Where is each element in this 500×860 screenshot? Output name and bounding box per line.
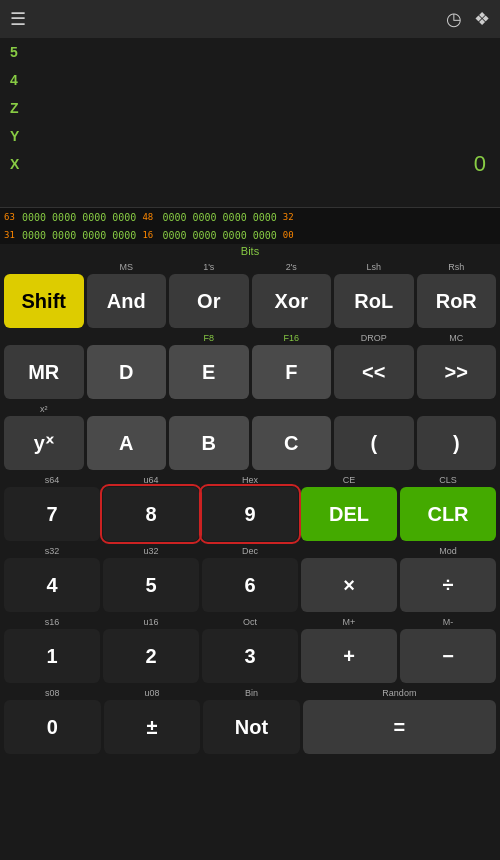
sub-d: [87, 331, 167, 345]
button-row-5: 1 2 3 + −: [4, 629, 496, 683]
bit-group-1: 0000 0000 0000 0000: [22, 212, 136, 223]
bit-row-1: 63 0000 0000 0000 0000 48 0000 0000 0000…: [0, 208, 500, 226]
eight-button[interactable]: 8: [103, 487, 199, 541]
two-button[interactable]: 2: [103, 629, 199, 683]
or-button[interactable]: Or: [169, 274, 249, 328]
row-label-5: 5: [10, 44, 28, 60]
d-button[interactable]: D: [87, 345, 167, 399]
three-button[interactable]: 3: [202, 629, 298, 683]
bit-mid-48: 48: [142, 212, 156, 222]
sub-ce: CE: [301, 473, 397, 487]
bit-suffix-00: 00: [283, 230, 294, 240]
shift-button[interactable]: Shift: [4, 274, 84, 328]
rparen-button[interactable]: ): [417, 416, 497, 470]
row0-sublabels: MS 1's 2's Lsh Rsh: [4, 260, 496, 274]
sub-u64: u64: [103, 473, 199, 487]
sub-2s: 2's: [252, 260, 332, 274]
sub-s64: s64: [4, 473, 100, 487]
sub-lsh: Lsh: [334, 260, 414, 274]
sub-ms: MS: [87, 260, 167, 274]
bit-mid-16: 16: [142, 230, 156, 240]
plusminus-button[interactable]: ±: [104, 700, 201, 754]
nine-button[interactable]: 9: [202, 487, 298, 541]
sub-lparen-empty: [334, 402, 414, 416]
five-button[interactable]: 5: [103, 558, 199, 612]
sub-b-empty: [169, 402, 249, 416]
clr-button[interactable]: CLR: [400, 487, 496, 541]
del-button[interactable]: DEL: [301, 487, 397, 541]
b-button[interactable]: B: [169, 416, 249, 470]
one-button[interactable]: 1: [4, 629, 100, 683]
calculator-area: MS 1's 2's Lsh Rsh Shift And Or Xor RoL …: [0, 258, 500, 759]
row-label-x: X: [10, 156, 28, 172]
plus-button[interactable]: +: [301, 629, 397, 683]
divide-button[interactable]: ÷: [400, 558, 496, 612]
mr-button[interactable]: MR: [4, 345, 84, 399]
sub-cls: CLS: [400, 473, 496, 487]
sub-s08: s08: [4, 686, 101, 700]
row1-sublabels: F8 F16 DROP MC: [4, 331, 496, 345]
header: ☰ ◷ ❖: [0, 0, 500, 38]
multiply-button[interactable]: ×: [301, 558, 397, 612]
c-button[interactable]: C: [252, 416, 332, 470]
sub-bin: Bin: [203, 686, 300, 700]
sub-mul-empty: [301, 544, 397, 558]
sub-u32: u32: [103, 544, 199, 558]
seven-button[interactable]: 7: [4, 487, 100, 541]
sub-shift: [4, 260, 84, 274]
sub-c-empty: [252, 402, 332, 416]
button-row-1: MR D E F << >>: [4, 345, 496, 399]
six-button[interactable]: 6: [202, 558, 298, 612]
and-button[interactable]: And: [87, 274, 167, 328]
four-button[interactable]: 4: [4, 558, 100, 612]
sub-u16: u16: [103, 615, 199, 629]
sub-rsh: Rsh: [417, 260, 497, 274]
menu-icon[interactable]: ☰: [10, 8, 26, 30]
display-area: 5 4 Z Y X 0: [0, 38, 500, 208]
bit-group-3: 0000 0000 0000 0000: [22, 230, 136, 241]
bit-row-2: 31 0000 0000 0000 0000 16 0000 0000 0000…: [0, 226, 500, 244]
sub-mplus: M+: [301, 615, 397, 629]
yx-button[interactable]: yˣ: [4, 416, 84, 470]
rol-button[interactable]: RoL: [334, 274, 414, 328]
e-button[interactable]: E: [169, 345, 249, 399]
display-row-5: 5: [10, 38, 490, 66]
sub-mod: Mod: [400, 544, 496, 558]
bit-group-2: 0000 0000 0000 0000: [162, 212, 276, 223]
bit-group-4: 0000 0000 0000 0000: [162, 230, 276, 241]
row2-sublabels: x²: [4, 402, 496, 416]
bit-prefix-31: 31: [4, 230, 20, 240]
sub-rparen-empty: [417, 402, 497, 416]
zero-button[interactable]: 0: [4, 700, 101, 754]
sub-hex: Hex: [202, 473, 298, 487]
row6-sublabels: s08 u08 Bin Random: [4, 686, 496, 700]
sub-oct: Oct: [202, 615, 298, 629]
sub-mc: MC: [417, 331, 497, 345]
sub-u08: u08: [104, 686, 201, 700]
equals-button[interactable]: =: [303, 700, 496, 754]
row-label-4: 4: [10, 72, 28, 88]
sub-xsq: x²: [4, 402, 84, 416]
f-button[interactable]: F: [252, 345, 332, 399]
sub-f8: F8: [169, 331, 249, 345]
row5-sublabels: s16 u16 Oct M+ M-: [4, 615, 496, 629]
rshift-button[interactable]: >>: [417, 345, 497, 399]
button-row-0: Shift And Or Xor RoL RoR: [4, 274, 496, 328]
not-button[interactable]: Not: [203, 700, 300, 754]
minus-button[interactable]: −: [400, 629, 496, 683]
row-value-x: 0: [28, 151, 490, 177]
xor-button[interactable]: Xor: [252, 274, 332, 328]
lparen-button[interactable]: (: [334, 416, 414, 470]
sub-mr: [4, 331, 84, 345]
layers-icon[interactable]: ❖: [474, 8, 490, 30]
bit-prefix-63: 63: [4, 212, 20, 222]
sub-f16: F16: [252, 331, 332, 345]
row-label-z: Z: [10, 100, 28, 116]
lshift-button[interactable]: <<: [334, 345, 414, 399]
clock-icon[interactable]: ◷: [446, 8, 462, 30]
header-icons: ◷ ❖: [446, 8, 490, 30]
row4-sublabels: s32 u32 Dec Mod: [4, 544, 496, 558]
ror-button[interactable]: RoR: [417, 274, 497, 328]
button-row-4: 4 5 6 × ÷: [4, 558, 496, 612]
a-button[interactable]: A: [87, 416, 167, 470]
